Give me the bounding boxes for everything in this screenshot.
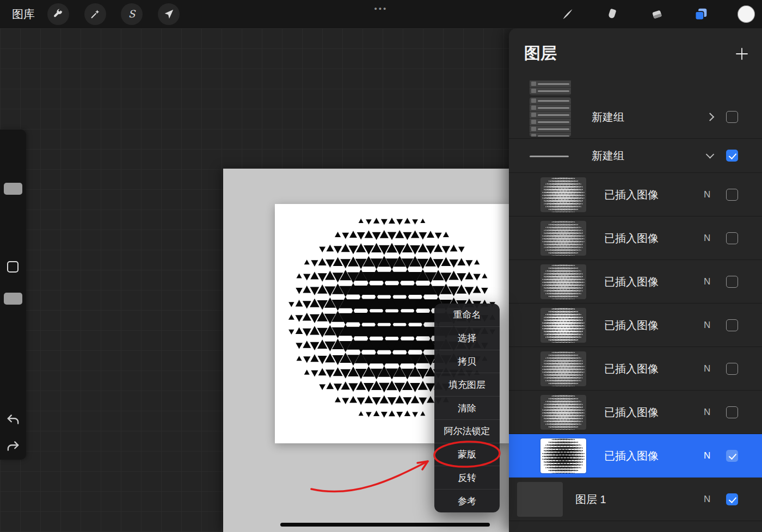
layer-thumbnail[interactable] [517, 482, 563, 517]
chevron-down-icon[interactable] [706, 150, 715, 159]
gallery-button[interactable]: 图库 [12, 0, 35, 28]
layer-name: 已插入图像 [604, 448, 659, 463]
brush-size-slider[interactable] [4, 183, 22, 195]
brush-icon [561, 8, 574, 21]
visibility-checkbox[interactable] [726, 363, 738, 375]
layer-row[interactable]: 已插入图像 N [509, 391, 762, 434]
transform-arrow-icon [163, 8, 175, 20]
layer-name: 已插入图像 [604, 405, 659, 419]
visibility-checkbox[interactable] [726, 150, 738, 162]
menu-item-reference[interactable]: 参考 [434, 490, 500, 512]
blend-mode-button[interactable]: N [704, 320, 710, 331]
menu-item-mask[interactable]: 蒙版 [434, 443, 500, 467]
layers-panel-title: 图层 [524, 42, 557, 65]
layer-thumbnail[interactable] [540, 351, 586, 386]
actions-button[interactable] [47, 3, 69, 25]
blend-mode-button[interactable]: N [704, 276, 710, 287]
visibility-checkbox[interactable] [726, 276, 738, 288]
layer-thumbnail[interactable] [540, 221, 586, 256]
group-name: 新建组 [592, 149, 624, 163]
menu-item-clear[interactable]: 清除 [434, 397, 500, 420]
eraser-button[interactable] [646, 3, 668, 25]
visibility-checkbox[interactable] [726, 189, 738, 201]
group-name: 新建组 [592, 109, 624, 124]
opacity-slider[interactable] [4, 293, 22, 305]
visibility-checkbox[interactable] [726, 493, 738, 505]
adjustments-button[interactable] [84, 3, 106, 25]
layer-row[interactable]: 已插入图像 N [509, 173, 762, 216]
group-thumbnail-partial[interactable] [530, 81, 571, 95]
smudge-icon [606, 8, 619, 21]
menu-item-invert[interactable]: 反转 [434, 466, 500, 490]
layer-name: 图层 1 [575, 492, 606, 506]
blend-mode-button[interactable]: N [704, 233, 710, 244]
layer-thumbnail[interactable] [540, 308, 586, 343]
group-row[interactable]: 新建组 [509, 139, 762, 173]
menu-item-rename[interactable]: 重命名 [434, 304, 500, 327]
layer-name: 已插入图像 [604, 231, 659, 245]
smudge-button[interactable] [601, 3, 623, 25]
selection-button[interactable]: S [121, 3, 143, 25]
blend-mode-button[interactable]: N [704, 363, 710, 374]
layer-row[interactable]: 图层 1 N [509, 478, 762, 521]
wrench-icon [52, 8, 64, 20]
visibility-checkbox[interactable] [726, 232, 738, 244]
top-toolbar: 图库 S ••• [0, 0, 762, 28]
add-layer-button[interactable] [735, 47, 749, 61]
selection-s-icon: S [126, 8, 138, 20]
layer-context-menu: 重命名 选择 拷贝 填充图层 清除 阿尔法锁定 蒙版 反转 参考 [434, 304, 500, 512]
layer-name: 已插入图像 [604, 187, 659, 202]
eraser-icon [650, 8, 663, 21]
color-button[interactable] [738, 5, 755, 23]
svg-text:S: S [128, 8, 136, 20]
layers-panel: 图层 新建组 新建组 已插入图像 N [509, 28, 762, 532]
brush-button[interactable] [557, 3, 579, 25]
layers-button[interactable] [690, 3, 712, 25]
layer-thumbnail[interactable] [540, 395, 586, 430]
layer-thumbnail[interactable] [540, 438, 586, 473]
layer-row[interactable]: 已插入图像 N [509, 304, 762, 347]
layer-row[interactable]: 已插入图像 N [509, 347, 762, 391]
blend-mode-button[interactable]: N [704, 407, 710, 418]
chevron-right-icon[interactable] [706, 113, 715, 121]
undo-button[interactable] [5, 413, 21, 426]
layer-name: 已插入图像 [604, 274, 659, 289]
blend-mode-button[interactable]: N [704, 494, 710, 505]
layer-name: 已插入图像 [604, 318, 659, 332]
layer-thumbnail[interactable] [540, 177, 586, 212]
layer-row[interactable]: 已插入图像 N [509, 260, 762, 304]
canvas-options-button[interactable]: ••• [374, 4, 388, 13]
layer-row[interactable]: 已插入图像 N [509, 216, 762, 260]
visibility-checkbox[interactable] [726, 319, 738, 331]
visibility-checkbox[interactable] [726, 450, 738, 462]
redo-button[interactable] [5, 440, 21, 453]
modify-button[interactable] [7, 261, 19, 273]
sidebar-tools [0, 129, 26, 460]
layer-thumbnail[interactable] [540, 264, 586, 299]
menu-item-alpha-lock[interactable]: 阿尔法锁定 [434, 420, 500, 443]
blend-mode-button[interactable]: N [704, 450, 710, 461]
visibility-checkbox[interactable] [726, 111, 738, 123]
group-row[interactable]: 新建组 [509, 95, 762, 139]
group-collapsed-thumbnail [530, 156, 569, 157]
layers-icon [694, 7, 708, 21]
layer-row-selected[interactable]: 已插入图像 N [509, 434, 762, 478]
menu-item-select[interactable]: 选择 [434, 327, 500, 350]
canvas-edge-bar [280, 523, 490, 527]
group-thumbnail[interactable] [530, 97, 571, 137]
visibility-checkbox[interactable] [726, 406, 738, 418]
menu-item-copy[interactable]: 拷贝 [434, 350, 500, 374]
transform-button[interactable] [158, 3, 180, 25]
menu-item-fill-layer[interactable]: 填充图层 [434, 373, 500, 397]
magic-wand-icon [89, 8, 101, 20]
blend-mode-button[interactable]: N [704, 189, 710, 200]
layer-name: 已插入图像 [604, 361, 659, 376]
procreate-window: 图库 S ••• [0, 0, 762, 532]
